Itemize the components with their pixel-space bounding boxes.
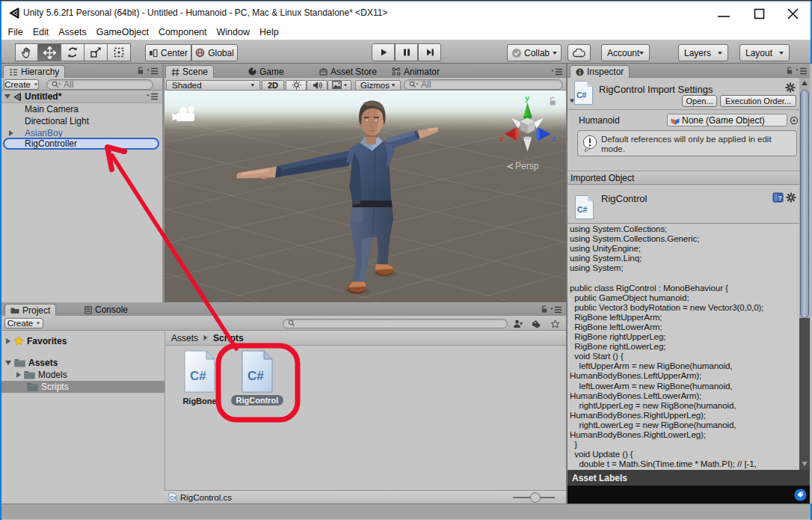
breadcrumb-assets[interactable]: Assets [171,333,198,343]
account-dropdown[interactable]: Account [601,44,650,61]
menu-file[interactable]: File [3,24,28,40]
project-row-models[interactable]: Models [1,369,164,381]
rotate-tool-button[interactable] [61,43,84,61]
menu-assets[interactable]: Assets [54,24,92,40]
open-button[interactable]: Open... [682,95,717,107]
menu-component[interactable]: Component [153,24,212,40]
menu-help[interactable]: Help [254,24,283,40]
gizmos-dropdown[interactable]: Gizmos [355,80,401,91]
project-row-assets[interactable]: Assets [1,357,164,369]
scene-search-input[interactable]: All [404,79,563,90]
search-by-type-button[interactable] [511,318,525,329]
menu-gameobject[interactable]: GameObject [91,24,153,40]
scene-viewport[interactable]: y x z Persp [164,91,566,302]
hierarchy-row-rigcontroller[interactable]: RigController [3,138,159,150]
project-search-input[interactable] [283,319,508,328]
status-bar [1,504,811,519]
tab-asset-store[interactable]: Asset Store [314,65,382,78]
scrollbar-thumb[interactable] [800,90,809,318]
play-button[interactable] [372,43,395,61]
object-picker-icon[interactable] [790,116,799,125]
inspector-scrollbar[interactable] [799,78,810,470]
collab-dropdown[interactable]: Collab [507,44,562,61]
project-row-favorites[interactable]: Favorites [1,335,164,347]
layers-dropdown[interactable]: Layers [678,44,728,61]
cloud-button[interactable] [568,44,591,61]
humanoid-object-field[interactable]: None (Game Object) [667,114,787,126]
project-row-scripts[interactable]: Scripts [1,381,164,393]
project-create-button[interactable]: Create [4,318,43,328]
maximize-button[interactable] [752,8,767,19]
hierarchy-row-main-camera[interactable]: Main Camera [1,103,162,115]
panel-menu-icon[interactable] [147,67,159,75]
file-rigbone[interactable]: C# RigBone [171,350,228,406]
hand-icon [21,47,32,58]
game-tab-label: Game [259,67,284,77]
search-by-label-button[interactable] [529,318,544,329]
lock-icon[interactable] [137,67,144,75]
project-divider[interactable] [164,331,165,504]
tab-animator[interactable]: Animator [387,65,445,78]
inspector-gear-icon[interactable] [785,82,796,93]
scroll-up-icon[interactable] [802,81,808,85]
2d-toggle-button[interactable]: 2D [262,80,284,91]
pivot-center-button[interactable]: Center [145,44,191,61]
menu-edit[interactable]: Edit [28,24,54,40]
breadcrumb-scripts[interactable]: Scripts [213,333,244,343]
lighting-toggle-button[interactable] [286,80,307,91]
favorites-foldout-icon[interactable] [6,338,10,344]
help-book-icon[interactable]: ? [772,192,784,203]
hierarchy-search-input[interactable]: All [46,79,153,90]
hand-tool-button[interactable] [15,43,38,61]
asset-label-tag-icon[interactable] [794,489,807,501]
effects-dropdown-button[interactable] [327,80,351,91]
scene-menu-icon[interactable] [147,93,159,100]
import-settings-header: C# RigControl Import Settings Open... Ex… [568,78,799,110]
foldout-closed-icon[interactable] [9,130,13,136]
rect-tool-button[interactable] [108,43,131,61]
script-gear-icon[interactable] [786,192,796,203]
move-tool-button[interactable] [38,43,61,61]
project-lock-icon[interactable] [541,305,548,313]
tab-console[interactable]: Console [79,304,133,316]
tab-scene[interactable]: Scene [165,65,214,78]
inspector-lock-icon[interactable] [786,67,793,75]
pause-button[interactable] [395,43,418,61]
project-toolbar: Create [1,316,566,331]
hierarchy-create-button[interactable]: Create [4,79,39,90]
hierarchy-row-directional-light[interactable]: Directional Light [1,115,162,127]
foldout-open-icon[interactable] [4,94,10,99]
models-label: Models [38,370,67,380]
scale-tool-button[interactable] [84,43,108,61]
hierarchy-row-scene[interactable]: Untitled* [1,91,162,103]
minimize-button[interactable] [716,8,731,19]
axis-z-label[interactable]: z [552,134,556,143]
tab-hierarchy[interactable]: Hierarchy [3,65,65,78]
file-rigcontrol[interactable]: C# RigControl [229,350,286,406]
icon-size-slider[interactable] [503,492,556,504]
tab-inspector[interactable]: Inspector [570,65,630,78]
scene-panel-menu-icon[interactable] [551,68,563,76]
tab-game[interactable]: Game [243,65,289,78]
menu-window[interactable]: Window [212,24,254,40]
layout-dropdown[interactable]: Layout [739,44,790,61]
scroll-down-icon[interactable] [802,462,808,466]
asset-labels-header[interactable]: Asset Labels [568,470,812,486]
inspector-panel-menu-icon[interactable] [796,67,808,75]
close-button[interactable] [786,8,801,19]
favorites-filter-button[interactable] [548,318,562,329]
models-foldout-icon[interactable] [16,372,21,378]
shaded-dropdown[interactable]: Shaded [166,80,260,91]
tab-project[interactable]: Project [4,304,56,316]
global-button[interactable]: Global [191,44,238,61]
inspector-tab-bar: Inspector [568,64,812,78]
script-code-preview[interactable]: using System.Collections;using System.Co… [568,223,799,470]
scrollbar-track[interactable] [799,318,810,470]
audio-toggle-button[interactable] [307,80,327,91]
axis-x-label[interactable]: x [499,134,505,143]
project-panel-menu-icon[interactable] [550,306,562,313]
step-button[interactable] [418,43,441,61]
axis-y-label[interactable]: y [525,94,530,103]
assets-foldout-icon[interactable] [5,361,11,365]
execution-order-button[interactable]: Execution Order... [720,95,796,107]
